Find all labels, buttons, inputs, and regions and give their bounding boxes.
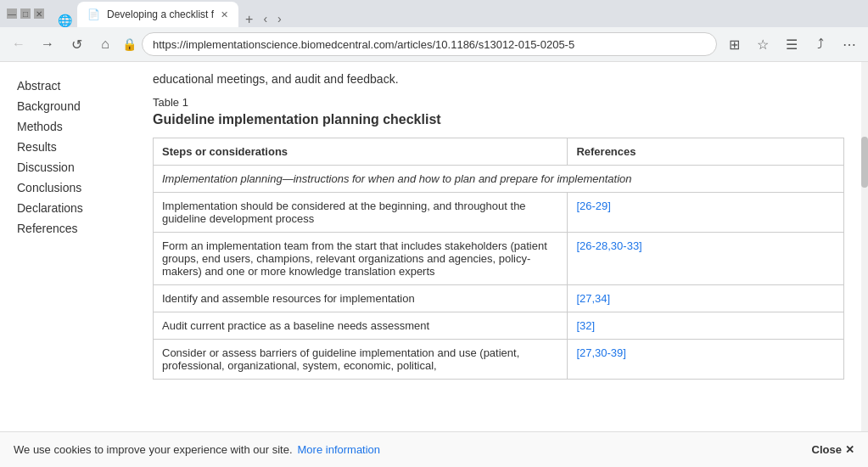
bookmark-button[interactable]: ☆	[751, 32, 775, 56]
sidebar-item-methods[interactable]: Methods	[17, 116, 136, 137]
sidebar-item-declarations[interactable]: Declarations	[17, 198, 136, 218]
step-cell: Audit current practice as a baseline nee…	[154, 312, 568, 340]
refs-cell: [32]	[568, 312, 844, 340]
sidebar-item-conclusions[interactable]: Conclusions	[17, 177, 136, 198]
refresh-button[interactable]: ↺	[64, 32, 88, 56]
ref-link[interactable]: [27,34]	[576, 292, 610, 305]
tab-title: Developing a checklist f	[107, 8, 214, 20]
active-tab[interactable]: 📄 Developing a checklist f ✕	[77, 2, 238, 27]
sidebar-item-abstract[interactable]: Abstract	[17, 76, 136, 96]
refs-cell: [27,30-39]	[568, 340, 844, 380]
table-row-merged: Implementation planning—instructions for…	[154, 166, 844, 193]
new-tab-button[interactable]: +	[238, 12, 260, 27]
top-text: educational meetings, and audit and feed…	[153, 72, 844, 86]
merged-cell-text: Implementation planning—instructions for…	[154, 166, 844, 193]
minimize-button[interactable]: —	[7, 8, 17, 19]
ref-link[interactable]: [27,30-39]	[576, 346, 626, 359]
checklist-table: Steps or considerations References Imple…	[153, 138, 844, 380]
step-cell: Implementation should be considered at t…	[154, 193, 568, 233]
sidebar-item-references[interactable]: References	[17, 218, 136, 239]
close-icon: ✕	[845, 443, 854, 456]
table-row: Form an implementation team from the sta…	[154, 233, 844, 285]
share-button[interactable]: ⤴	[809, 32, 832, 56]
table-row: Consider or assess barriers of guideline…	[154, 340, 844, 380]
toolbar-icons: ⊞ ☆ ☰ ⤴ ⋯	[722, 32, 861, 56]
home-button[interactable]: ⌂	[93, 32, 117, 56]
scroll-thumb[interactable]	[861, 137, 868, 188]
sidebar-item-background[interactable]: Background	[17, 96, 136, 116]
step-cell: Consider or assess barriers of guideline…	[154, 340, 568, 380]
scrollbar[interactable]	[861, 62, 868, 437]
table-title: Guideline implementation planning checkl…	[153, 112, 844, 127]
table-row: Implementation should be considered at t…	[154, 193, 844, 233]
browser-chrome: — □ ✕ 🌐 📄 Developing a checklist f ✕ + ‹…	[0, 0, 868, 62]
browser-icon: 🌐	[58, 14, 72, 27]
main-content: educational meetings, and audit and feed…	[136, 62, 861, 437]
tab-prev-button[interactable]: ‹	[260, 10, 271, 27]
address-bar-row: ← → ↺ ⌂ 🔒 ⊞ ☆ ☰ ⤴ ⋯	[0, 27, 868, 61]
maximize-button[interactable]: □	[20, 8, 31, 19]
close-button[interactable]: ✕	[34, 8, 44, 19]
step-cell: Form an implementation team from the sta…	[154, 233, 568, 285]
back-button[interactable]: ←	[7, 32, 31, 56]
page-container: Abstract Background Methods Results Disc…	[0, 62, 868, 437]
step-cell: Identify and assemble resources for impl…	[154, 285, 568, 312]
sidebar-item-results[interactable]: Results	[17, 137, 136, 157]
title-bar: — □ ✕ 🌐 📄 Developing a checklist f ✕ + ‹…	[0, 0, 868, 27]
col1-header: Steps or considerations	[154, 138, 568, 166]
ref-link[interactable]: [26-28,30-33]	[576, 239, 641, 252]
tab-next-button[interactable]: ›	[274, 10, 285, 27]
url-input[interactable]	[142, 32, 717, 56]
collections-button[interactable]: ☰	[780, 32, 804, 56]
table-row: Identify and assemble resources for impl…	[154, 285, 844, 312]
cookie-text: We use cookies to improve your experienc…	[14, 443, 293, 456]
more-button[interactable]: ⋯	[837, 32, 861, 56]
lock-icon: 🔒	[122, 37, 137, 51]
refs-cell: [26-29]	[568, 193, 844, 233]
sidebar-item-discussion[interactable]: Discussion	[17, 157, 136, 177]
sidebar: Abstract Background Methods Results Disc…	[0, 62, 136, 437]
cookie-bar: We use cookies to improve your experienc…	[0, 431, 868, 467]
tab-bar: 🌐 📄 Developing a checklist f ✕ + ‹ ›	[51, 0, 861, 27]
cookie-close-button[interactable]: Close ✕	[812, 443, 854, 456]
reader-mode-button[interactable]: ⊞	[722, 32, 746, 56]
table-row: Audit current practice as a baseline nee…	[154, 312, 844, 340]
refs-cell: [27,34]	[568, 285, 844, 312]
ref-link[interactable]: [32]	[576, 319, 595, 332]
cookie-more-info-link[interactable]: More information	[298, 443, 381, 456]
tab-nav-buttons: ‹ ›	[260, 10, 284, 27]
col2-header: References	[568, 138, 844, 166]
refs-cell: [26-28,30-33]	[568, 233, 844, 285]
ref-link[interactable]: [26-29]	[576, 200, 610, 212]
forward-button[interactable]: →	[36, 32, 59, 56]
table-caption: Table 1	[153, 96, 844, 109]
tab-close-button[interactable]: ✕	[221, 9, 228, 20]
